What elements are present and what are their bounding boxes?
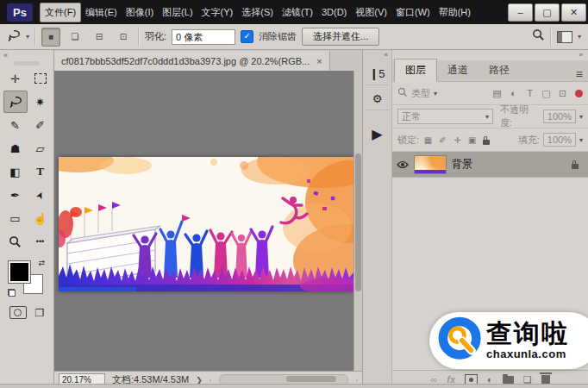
screen-mode-button[interactable]: ❐ (35, 307, 45, 319)
clone-stamp-tool[interactable]: ☗ (3, 137, 28, 160)
quick-mask-button[interactable] (9, 306, 27, 319)
layer-row-background[interactable]: 背景 (392, 152, 588, 178)
filter-search-icon[interactable] (397, 87, 408, 99)
shape-tool[interactable]: ▭ (3, 207, 28, 229)
tab-channels[interactable]: 通道 (437, 59, 479, 81)
filter-pixel-icon[interactable]: ▤ (491, 88, 504, 99)
filter-caret-icon[interactable]: ▾ (434, 90, 437, 97)
selection-mode-new-button[interactable]: ■ (41, 28, 60, 47)
workspace-caret-icon[interactable]: ▾ (578, 33, 581, 41)
menu-3d[interactable]: 3D(D) (317, 3, 351, 21)
document-area: cf0817bbb53df52df7c0ddd1d3ba3973.jpg @ 2… (54, 50, 362, 388)
scroll-right-icon[interactable]: › (355, 376, 358, 385)
layer-name[interactable]: 背景 (452, 157, 565, 172)
swap-colors-icon[interactable]: ⇄ (38, 259, 45, 267)
new-group-icon[interactable] (503, 376, 514, 384)
properties-panel-icon[interactable]: ⚙ (366, 87, 389, 110)
menu-type[interactable]: 文字(Y) (197, 3, 238, 22)
fill-caret-icon[interactable]: ▾ (579, 136, 583, 144)
minimize-button[interactable]: – (508, 3, 533, 22)
menu-file[interactable]: 文件(F) (40, 3, 81, 22)
tab-layers[interactable]: 图层 (394, 59, 437, 82)
tab-paths[interactable]: 路径 (479, 59, 520, 81)
menu-filter[interactable]: 滤镜(T) (278, 3, 317, 22)
watermark-text: 查询啦 chaxunla.com (486, 321, 569, 360)
canvas-image[interactable] (59, 157, 353, 291)
brush-tool[interactable]: ✐ (28, 114, 53, 136)
lasso-tool[interactable] (3, 91, 28, 113)
delete-layer-icon[interactable] (541, 375, 550, 385)
vertical-scrollbar[interactable] (353, 71, 362, 371)
antialias-label[interactable]: 消除锯齿 (259, 30, 297, 43)
menu-edit[interactable]: 编辑(E) (81, 3, 122, 22)
layer-visibility-icon[interactable] (397, 157, 409, 172)
lock-position-icon[interactable]: ✛ (452, 135, 463, 145)
select-and-mask-button[interactable]: 选择并遮住... (302, 28, 379, 46)
marquee-tool[interactable] (28, 67, 53, 90)
type-tool[interactable]: T (28, 160, 53, 183)
document-tab[interactable]: cf0817bbb53df52df7c0ddd1d3ba3973.jpg @ 2… (54, 51, 330, 71)
foreground-color-swatch[interactable] (9, 261, 30, 283)
lock-pixels-icon[interactable]: ✐ (437, 135, 448, 145)
menu-help[interactable]: 帮助(H) (435, 3, 475, 22)
default-colors-icon[interactable] (8, 289, 16, 297)
gradient-tool[interactable]: ◧ (3, 160, 28, 183)
layer-thumbnail[interactable] (414, 155, 447, 174)
menu-select[interactable]: 选择(S) (237, 3, 278, 22)
scroll-left-icon[interactable]: ‹ (210, 376, 212, 385)
panel-tab-bar: 图层 通道 路径 ≡ (392, 60, 588, 82)
watermark-logo-icon (436, 315, 485, 366)
history-panel-icon[interactable]: ❙5 (366, 62, 389, 85)
opacity-caret-icon[interactable]: ▾ (579, 113, 583, 121)
filter-smart-object-icon[interactable]: ⊡ (556, 88, 569, 99)
lock-transparent-icon[interactable]: ▦ (422, 135, 434, 145)
toolbar-collapse-button[interactable]: « (0, 50, 53, 61)
filter-type-icon[interactable]: T (523, 88, 536, 98)
maximize-button[interactable]: ▢ (535, 3, 560, 22)
vertical-scrollbar-thumb[interactable] (355, 153, 361, 291)
lasso-tool-preset-icon[interactable] (7, 28, 21, 46)
search-icon[interactable] (532, 28, 545, 45)
pen-tool[interactable]: ✒ (3, 184, 28, 206)
workspace-switcher-icon[interactable] (557, 31, 572, 43)
toolbar-grip[interactable] (14, 61, 40, 66)
menu-window[interactable]: 窗口(W) (391, 3, 435, 22)
canvas-viewport[interactable] (54, 71, 353, 371)
opacity-value[interactable]: 100% (543, 110, 576, 123)
actions-panel-icon[interactable]: ▶ (366, 122, 389, 145)
filter-shape-icon[interactable]: ▢ (540, 88, 553, 99)
menu-layer[interactable]: 图层(L) (158, 3, 197, 22)
zoom-tool[interactable] (3, 230, 28, 253)
eraser-tool[interactable]: ▱ (28, 137, 53, 160)
eyedropper-tool[interactable]: ✎ (3, 114, 28, 136)
selection-mode-subtract-button[interactable]: ⊟ (90, 28, 109, 47)
lock-all-icon[interactable] (483, 140, 490, 145)
horizontal-scrollbar-thumb[interactable] (286, 376, 336, 382)
menu-view[interactable]: 视图(V) (351, 3, 391, 22)
tool-preset-caret-icon[interactable]: ▾ (26, 33, 29, 41)
filter-toggle-icon[interactable] (575, 90, 583, 97)
status-expand-icon[interactable]: ❯ (196, 376, 203, 385)
blend-mode-select[interactable]: 正常 ▾ (397, 109, 493, 124)
menu-image[interactable]: 图像(I) (122, 3, 158, 22)
type-icon: T (36, 165, 44, 178)
path-select-icon: ➤ (34, 189, 47, 201)
feather-input[interactable]: 0 像素 (172, 29, 235, 45)
close-button[interactable]: ✕ (561, 3, 586, 22)
tab-close-icon[interactable]: × (316, 56, 322, 66)
edit-toolbar-button[interactable]: ••• (28, 230, 53, 253)
filter-adjustment-icon[interactable]: ◐ (507, 88, 520, 98)
panel-menu-icon[interactable]: ≡ (576, 67, 583, 81)
path-select-tool[interactable]: ➤ (28, 184, 53, 206)
fill-value[interactable]: 100% (543, 133, 576, 147)
antialias-checkbox[interactable]: ✓ (241, 30, 253, 43)
quick-selection-tool[interactable]: ✷ (28, 91, 53, 113)
hand-tool[interactable]: ☝ (28, 207, 53, 229)
dock-collapse-button[interactable]: « (363, 50, 391, 60)
lock-artboard-icon[interactable]: ▣ (466, 135, 478, 145)
quick-selection-icon: ✷ (35, 96, 45, 109)
selection-mode-intersect-button[interactable]: ⊡ (114, 28, 133, 47)
move-tool[interactable]: ✛ (3, 67, 28, 90)
selection-mode-add-button[interactable]: ❏ (66, 28, 84, 47)
filter-type-label[interactable]: 类型 (411, 87, 430, 100)
